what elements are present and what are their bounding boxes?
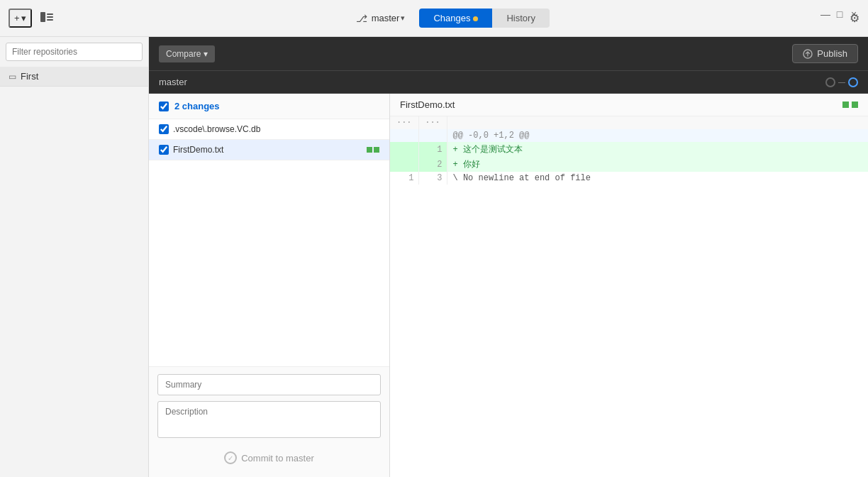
window-controls: — □ × bbox=[821, 10, 858, 18]
title-bar: + ▾ ⎇ master ▾ Changes History ⚙ bbox=[0, 0, 868, 37]
file-status-firstdemo bbox=[367, 147, 379, 153]
diff-status-sq-2 bbox=[852, 102, 858, 108]
diff-gutter-hunk-new bbox=[418, 129, 447, 142]
branch-name: master bbox=[159, 77, 187, 87]
filter-box bbox=[0, 37, 148, 67]
changes-dot bbox=[473, 16, 478, 21]
publish-button[interactable]: Publish bbox=[792, 44, 858, 63]
diff-gutter-old-ctx: 1 bbox=[390, 172, 418, 185]
commit-label: Commit to master bbox=[241, 453, 314, 464]
main-panel: Compare ▾ Publish master — bbox=[149, 37, 868, 477]
diff-gutter-hunk-old bbox=[390, 129, 418, 142]
select-all-checkbox[interactable] bbox=[159, 102, 169, 111]
add-icon: + bbox=[14, 13, 20, 23]
sync-circle-left bbox=[825, 77, 835, 87]
diff-row-add-2: 2 + 你好 bbox=[390, 157, 868, 172]
title-bar-center: ⎇ master ▾ Changes History bbox=[356, 9, 550, 28]
file-name-browse-vc: .vscode\.browse.VC.db bbox=[173, 124, 379, 134]
file-name-firstdemo: FirstDemo.txt bbox=[173, 145, 362, 155]
commit-circle-icon: ✓ bbox=[224, 451, 237, 464]
diff-gutter-dots-old: ··· bbox=[390, 116, 418, 129]
publish-icon bbox=[803, 49, 813, 59]
changes-panel: 2 changes .vscode\.browse.VC.db FirstDem… bbox=[149, 94, 390, 477]
filter-repositories-input[interactable] bbox=[6, 43, 143, 61]
diff-hunk-header-text: @@ -0,0 +1,2 @@ bbox=[447, 129, 868, 142]
status-square-2 bbox=[374, 147, 379, 153]
sync-icons: — bbox=[825, 77, 858, 87]
app-body: ▭ First Compare ▾ Publish master — bbox=[0, 37, 868, 477]
close-button[interactable]: × bbox=[850, 10, 858, 18]
diff-row-add-1: 1 + 这个是测试文本 bbox=[390, 142, 868, 157]
commit-button[interactable]: ✓ Commit to master bbox=[157, 446, 381, 470]
svg-rect-2 bbox=[47, 16, 53, 18]
add-repository-button[interactable]: + ▾ bbox=[9, 9, 32, 28]
status-square-1 bbox=[367, 147, 372, 153]
repository-item-first[interactable]: ▭ First bbox=[0, 67, 148, 87]
tab-history-label: History bbox=[506, 13, 535, 23]
sync-dash: — bbox=[838, 78, 845, 86]
repo-name: First bbox=[21, 71, 38, 82]
title-bar-left: + ▾ bbox=[9, 9, 56, 28]
branch-bar: master — bbox=[149, 71, 868, 94]
branch-dropdown-arrow[interactable]: ▾ bbox=[401, 13, 405, 23]
diff-hunk-header bbox=[447, 116, 868, 129]
diff-gutter-old-2 bbox=[390, 157, 418, 172]
diff-panel: FirstDemo.txt ··· ··· bbox=[390, 94, 868, 477]
svg-rect-1 bbox=[47, 13, 53, 15]
current-branch-label: master bbox=[372, 13, 400, 23]
diff-gutter-new-1: 1 bbox=[418, 142, 447, 157]
diff-gutter-old-1 bbox=[390, 142, 418, 157]
tab-changes-label: Changes bbox=[433, 13, 470, 23]
repo-icon: ▭ bbox=[9, 72, 16, 82]
diff-filename: FirstDemo.txt bbox=[400, 99, 455, 110]
diff-status-sq-1 bbox=[842, 102, 849, 108]
sidebar: ▭ First bbox=[0, 37, 149, 477]
svg-rect-0 bbox=[40, 12, 45, 22]
svg-rect-3 bbox=[47, 19, 53, 21]
diff-header: FirstDemo.txt bbox=[390, 94, 868, 116]
diff-row-context-1: 1 3 \ No newline at end of file bbox=[390, 172, 868, 185]
add-dropdown-arrow: ▾ bbox=[21, 13, 26, 23]
commit-area: ✓ Commit to master bbox=[149, 366, 389, 477]
changes-header: 2 changes bbox=[149, 94, 389, 119]
tab-history[interactable]: History bbox=[492, 9, 549, 28]
git-branch-icon: ⎇ bbox=[356, 13, 367, 24]
file-item-browse-vc[interactable]: .vscode\.browse.VC.db bbox=[149, 119, 389, 140]
diff-gutter-new-ctx: 3 bbox=[418, 172, 447, 185]
compare-label: Compare ▾ bbox=[166, 49, 208, 59]
file-item-firstdemo[interactable]: FirstDemo.txt bbox=[149, 140, 389, 160]
maximize-button[interactable]: □ bbox=[835, 10, 844, 18]
summary-input[interactable] bbox=[157, 374, 381, 395]
diff-gutter-new-2: 2 bbox=[418, 157, 447, 172]
diff-table: ··· ··· @@ -0,0 +1,2 @@ bbox=[390, 116, 868, 185]
changes-count: 2 changes bbox=[174, 101, 220, 111]
sync-circle-right bbox=[848, 77, 858, 87]
diff-row-dots: ··· ··· bbox=[390, 116, 868, 129]
content-area: 2 changes .vscode\.browse.VC.db FirstDem… bbox=[149, 94, 868, 477]
diff-line-context: \ No newline at end of file bbox=[447, 172, 868, 185]
sidebar-toggle-button[interactable] bbox=[38, 9, 56, 28]
tab-group: Changes History bbox=[419, 9, 550, 28]
minimize-button[interactable]: — bbox=[821, 10, 830, 18]
file-checkbox-browse-vc[interactable] bbox=[159, 124, 169, 134]
publish-label: Publish bbox=[817, 48, 847, 59]
diff-line-2: + 你好 bbox=[447, 157, 868, 172]
description-input[interactable] bbox=[157, 401, 381, 438]
diff-gutter-dots-new: ··· bbox=[418, 116, 447, 129]
diff-actions bbox=[842, 102, 858, 108]
diff-row-hunk: @@ -0,0 +1,2 @@ bbox=[390, 129, 868, 142]
tab-changes[interactable]: Changes bbox=[419, 9, 492, 28]
toolbar: Compare ▾ Publish bbox=[149, 37, 868, 71]
file-checkbox-firstdemo[interactable] bbox=[159, 145, 169, 155]
compare-button[interactable]: Compare ▾ bbox=[159, 45, 215, 62]
sidebar-icon bbox=[40, 12, 53, 22]
diff-line-1: + 这个是测试文本 bbox=[447, 142, 868, 157]
file-list: .vscode\.browse.VC.db FirstDemo.txt bbox=[149, 119, 389, 366]
